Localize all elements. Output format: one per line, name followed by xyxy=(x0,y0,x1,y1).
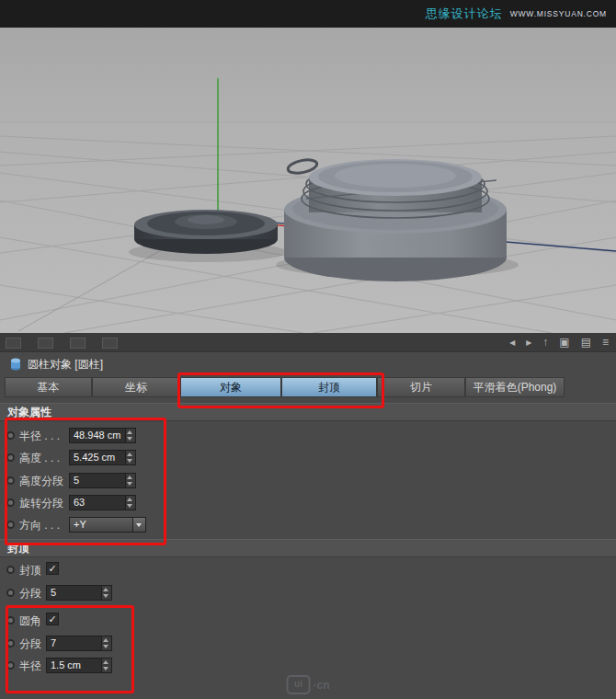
keyframe-dot[interactable] xyxy=(6,589,15,597)
radius-label: 半径 . . . xyxy=(19,429,60,444)
caps-checkbox[interactable]: ✓ xyxy=(46,562,59,575)
tab-phong[interactable]: 平滑着色(Phong) xyxy=(465,377,565,397)
height-segments-row: 高度分段 5 xyxy=(0,470,616,492)
orientation-label: 方向 . . . xyxy=(19,518,60,533)
viewport-3d[interactable] xyxy=(0,28,616,333)
attribute-panel-toolbar: ◂ ▸ ↑ ▣ ▤ ≡ xyxy=(0,333,616,352)
spinner-control[interactable] xyxy=(125,496,135,510)
tab-object[interactable]: 对象 xyxy=(180,377,281,397)
fillet-radius-label: 半径 xyxy=(19,659,41,674)
clipped-icon[interactable] xyxy=(38,338,53,349)
keyframe-dot[interactable] xyxy=(6,616,15,625)
caps-label: 封顶 xyxy=(19,563,41,579)
lock-icon[interactable]: ▣ xyxy=(559,334,569,350)
watermark-logo: ui xyxy=(287,675,311,694)
spinner-control[interactable] xyxy=(101,636,111,650)
clipped-toolbar-icons[interactable] xyxy=(6,338,118,349)
height-segments-field[interactable]: 5 xyxy=(69,473,136,488)
cylinder-object-icon xyxy=(9,356,22,371)
keyframe-dot[interactable] xyxy=(6,498,15,507)
keyframe-dot[interactable] xyxy=(6,453,15,462)
caps-row: 封顶 ✓ xyxy=(0,559,616,581)
layout-icon[interactable]: ▤ xyxy=(581,334,591,350)
caps-segments-label: 分段 xyxy=(19,586,41,602)
keyframe-dot[interactable] xyxy=(6,476,15,485)
up-arrow-icon[interactable]: ↑ xyxy=(542,334,548,350)
fillet-radius-field[interactable]: 1.5 cm xyxy=(46,658,112,673)
fillet-checkbox[interactable]: ✓ xyxy=(46,613,59,625)
radius-row: 半径 . . . 48.948 cm xyxy=(0,425,616,447)
application-window: 思缘设计论坛 WWW.MISSYUAN.COM xyxy=(0,0,616,699)
fillet-radius-row: 半径 1.5 cm xyxy=(0,655,616,677)
tab-bar: 基本 坐标 对象 封顶 切片 平滑着色(Phong) xyxy=(0,377,616,397)
tab-basic[interactable]: 基本 xyxy=(5,377,92,397)
height-segments-label: 高度分段 xyxy=(19,474,63,489)
height-label: 高度 . . . xyxy=(19,451,60,466)
clipped-icon[interactable] xyxy=(6,338,21,349)
object-title-row: 圆柱对象 [圆柱] xyxy=(0,351,616,375)
caps-segments-row: 分段 5 xyxy=(0,582,616,604)
lid-object[interactable] xyxy=(129,210,287,262)
fillet-row: 圆角 ✓ xyxy=(0,610,616,632)
fillet-segments-row: 分段 7 xyxy=(0,633,616,655)
keyframe-dot[interactable] xyxy=(6,566,15,574)
section-header-caps[interactable]: 封顶 xyxy=(0,539,616,557)
fillet-segments-field[interactable]: 7 xyxy=(46,636,112,651)
tab-coordinates[interactable]: 坐标 xyxy=(92,377,180,397)
site-url: WWW.MISSYUAN.COM xyxy=(510,9,607,18)
caps-segments-field[interactable]: 5 xyxy=(46,585,112,601)
keyframe-dot[interactable] xyxy=(6,431,15,440)
fillet-label: 圆角 xyxy=(19,613,41,629)
panel-toolbar-icons: ◂ ▸ ↑ ▣ ▤ ≡ xyxy=(509,334,609,350)
spinner-control[interactable] xyxy=(125,429,135,442)
keyframe-dot[interactable] xyxy=(6,661,15,670)
radius-field[interactable]: 48.948 cm xyxy=(69,428,136,443)
nav-forward-icon[interactable]: ▸ xyxy=(526,334,531,350)
section-header-object-properties[interactable]: 对象属性 xyxy=(0,403,616,421)
attribute-panel: ◂ ▸ ↑ ▣ ▤ ≡ 圆柱对象 [圆柱] 基本 坐标 对象 封顶 切片 平滑着… xyxy=(0,333,616,699)
site-name: 思缘设计论坛 xyxy=(426,6,503,22)
keyframe-dot[interactable] xyxy=(6,639,15,647)
watermark-suffix: ·cn xyxy=(314,679,330,692)
tab-caps[interactable]: 封顶 xyxy=(281,377,377,397)
clipped-icon[interactable] xyxy=(102,338,118,349)
fillet-segments-label: 分段 xyxy=(19,636,41,652)
menu-icon[interactable]: ≡ xyxy=(602,334,609,350)
rotation-segments-label: 旋转分段 xyxy=(19,496,63,511)
chevron-down-icon[interactable] xyxy=(132,518,145,532)
clipped-icon[interactable] xyxy=(70,338,86,349)
orientation-dropdown[interactable]: +Y xyxy=(69,517,146,533)
nav-back-icon[interactable]: ◂ xyxy=(509,334,515,350)
watermark: ui ·cn xyxy=(287,675,330,694)
spinner-control[interactable] xyxy=(101,586,111,600)
tab-slice[interactable]: 切片 xyxy=(377,377,465,397)
rotation-segments-row: 旋转分段 63 xyxy=(0,492,616,514)
spinner-control[interactable] xyxy=(101,659,111,672)
top-banner: 思缘设计论坛 WWW.MISSYUAN.COM xyxy=(0,0,616,28)
spinner-control[interactable] xyxy=(125,474,135,487)
keyframe-dot[interactable] xyxy=(6,521,15,529)
rotation-segments-field[interactable]: 63 xyxy=(69,495,136,510)
orientation-row: 方向 . . . +Y xyxy=(0,514,616,536)
height-row: 高度 . . . 5.425 cm xyxy=(0,447,616,469)
spinner-control[interactable] xyxy=(125,451,135,464)
object-title: 圆柱对象 [圆柱] xyxy=(28,357,103,372)
height-field[interactable]: 5.425 cm xyxy=(69,450,136,465)
